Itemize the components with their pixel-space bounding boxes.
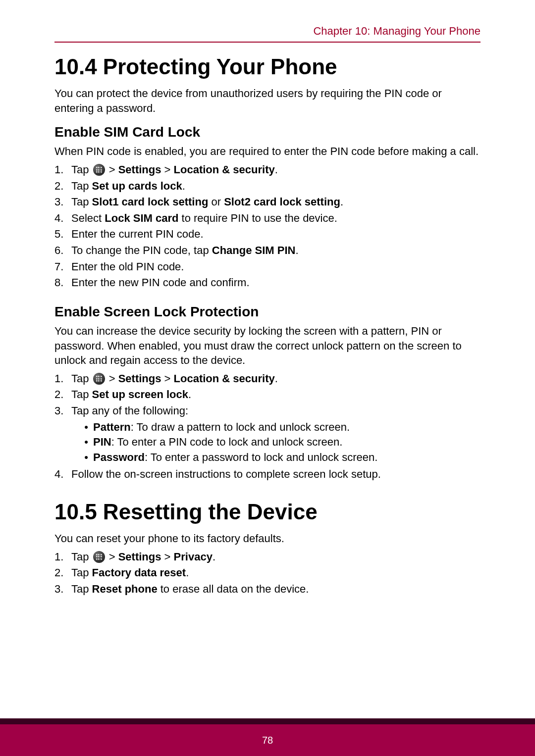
step-text: Tap > Settings > Location & security. <box>71 372 481 386</box>
page-footer: 78 <box>0 724 535 756</box>
step-item: 2. Tap Set up screen lock. <box>54 388 481 402</box>
section-title-105: 10.5 Resetting the Device <box>54 500 481 524</box>
step-item: 3. Tap Slot1 card lock setting or Slot2 … <box>54 195 481 209</box>
screen-lock-steps-cont: 4. Follow the on-screen instructions to … <box>54 467 481 482</box>
chapter-header: Chapter 10: Managing Your Phone <box>54 25 481 43</box>
list-text: Password: To enter a password to lock an… <box>93 451 377 465</box>
step-number: 2. <box>54 388 71 402</box>
section-104-intro: You can protect the device from unauthor… <box>54 86 481 115</box>
step-number: 7. <box>54 260 71 274</box>
step-text: Enter the old PIN code. <box>71 260 481 274</box>
step-item: 1. Tap > Settings > Location & security. <box>54 163 481 177</box>
step-text: Tap Set up screen lock. <box>71 388 481 402</box>
step-text: Select Lock SIM card to require PIN to u… <box>71 211 481 226</box>
chapter-title: Chapter 10: Managing Your Phone <box>313 25 481 37</box>
step-number: 8. <box>54 276 71 290</box>
heading-sim-lock: Enable SIM Card Lock <box>54 124 481 140</box>
step-item: 2. Tap Set up cards lock. <box>54 179 481 194</box>
step-number: 1. <box>54 163 71 177</box>
sim-lock-steps: 1. Tap > Settings > Location & security.… <box>54 163 481 290</box>
screen-lock-options: • Pattern: To draw a pattern to lock and… <box>79 420 481 465</box>
footer-accent-strip <box>0 718 535 724</box>
step-text: Tap any of the following: <box>71 404 481 418</box>
bullet-icon: • <box>79 435 93 450</box>
page-content: Chapter 10: Managing Your Phone 10.4 Pro… <box>0 0 535 597</box>
step-item: 3. Tap Reset phone to erase all data on … <box>54 582 481 597</box>
list-item: • PIN: To enter a PIN code to lock and u… <box>79 435 481 450</box>
step-item: 2. Tap Factory data reset. <box>54 566 481 580</box>
step-number: 2. <box>54 566 71 580</box>
step-text: Tap Factory data reset. <box>71 566 481 580</box>
apps-icon <box>93 164 105 176</box>
apps-icon <box>93 551 105 563</box>
step-text: Tap Set up cards lock. <box>71 179 481 194</box>
step-number: 3. <box>54 404 71 418</box>
step-text: Tap > Settings > Privacy. <box>71 550 481 564</box>
step-item: 7. Enter the old PIN code. <box>54 260 481 274</box>
step-text: Enter the new PIN code and confirm. <box>71 276 481 290</box>
list-text: PIN: To enter a PIN code to lock and unl… <box>93 435 342 450</box>
page-number: 78 <box>262 735 273 746</box>
bullet-icon: • <box>79 420 93 435</box>
step-text: Tap Slot1 card lock setting or Slot2 car… <box>71 195 481 209</box>
list-text: Pattern: To draw a pattern to lock and u… <box>93 420 350 435</box>
section-title-104: 10.4 Protecting Your Phone <box>54 54 481 79</box>
step-item: 3. Tap any of the following: <box>54 404 481 418</box>
step-number: 2. <box>54 179 71 194</box>
screen-lock-intro: You can increase the device security by … <box>54 324 481 368</box>
step-item: 1. Tap > Settings > Privacy. <box>54 550 481 564</box>
step-item: 4. Follow the on-screen instructions to … <box>54 467 481 482</box>
step-text: Tap Reset phone to erase all data on the… <box>71 582 481 597</box>
reset-steps: 1. Tap > Settings > Privacy. 2. Tap Fact… <box>54 550 481 597</box>
step-item: 8. Enter the new PIN code and confirm. <box>54 276 481 290</box>
screen-lock-steps: 1. Tap > Settings > Location & security.… <box>54 372 481 418</box>
apps-icon <box>93 373 105 385</box>
step-item: 6. To change the PIN code, tap Change SI… <box>54 244 481 258</box>
step-text: Follow the on-screen instructions to com… <box>71 467 481 482</box>
step-number: 4. <box>54 467 71 482</box>
sim-lock-intro: When PIN code is enabled, you are requir… <box>54 144 481 159</box>
step-number: 1. <box>54 550 71 564</box>
step-number: 3. <box>54 195 71 209</box>
section-105-intro: You can reset your phone to its factory … <box>54 531 481 546</box>
step-number: 5. <box>54 227 71 242</box>
step-number: 3. <box>54 582 71 597</box>
list-item: • Password: To enter a password to lock … <box>79 451 481 465</box>
step-text: To change the PIN code, tap Change SIM P… <box>71 244 481 258</box>
step-text: Enter the current PIN code. <box>71 227 481 242</box>
step-number: 1. <box>54 372 71 386</box>
step-number: 4. <box>54 211 71 226</box>
bullet-icon: • <box>79 451 93 465</box>
list-item: • Pattern: To draw a pattern to lock and… <box>79 420 481 435</box>
step-number: 6. <box>54 244 71 258</box>
step-item: 5. Enter the current PIN code. <box>54 227 481 242</box>
heading-screen-lock: Enable Screen Lock Protection <box>54 304 481 320</box>
step-item: 4. Select Lock SIM card to require PIN t… <box>54 211 481 226</box>
step-text: Tap > Settings > Location & security. <box>71 163 481 177</box>
step-item: 1. Tap > Settings > Location & security. <box>54 372 481 386</box>
